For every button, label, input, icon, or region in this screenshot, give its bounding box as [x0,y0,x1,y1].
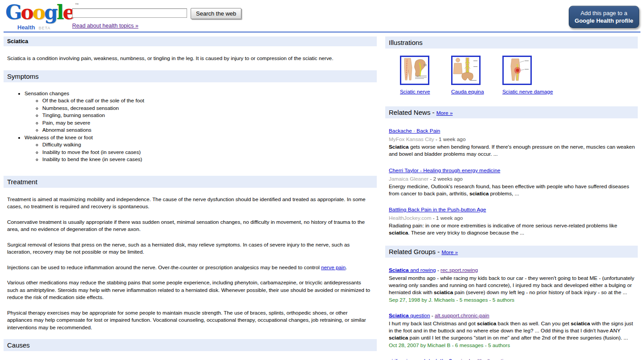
news-snippet: Sciatica gets worse when bending forward… [389,143,636,158]
news-title-link[interactable]: Battling Back Pain in the Push-button Ag… [389,206,486,213]
trademark-symbol: ™ [75,3,79,8]
google-logo: Google™ [5,1,79,24]
snippet-text: gets worse when bending forward. If ther… [389,144,635,157]
illustration-thumbnails: Sciatic nerve [400,56,638,95]
highlighted-term: sciatica [389,230,408,236]
thread-title-text: piriformis muscle/ [389,358,430,360]
group-meta: Sep 27, 1998 by J. Michaels - 5 messages… [389,297,638,303]
sciatic-nerve-thumbnail[interactable] [400,56,429,85]
treatment-heading: Treatment [4,176,377,188]
logo-letter: o [21,1,33,24]
thread-title-text: and rowing [409,267,436,273]
news-source: HealthJockey.com [389,215,432,221]
separator: - [452,358,457,360]
causes-heading: Causes [4,339,377,351]
news-time: - 1 week ago [436,136,466,142]
add-to-google-health-profile-button[interactable]: Add this page to a Google Health profile [569,6,639,28]
group-name-link[interactable]: alt.support.chronic-pain [435,312,489,319]
news-item: Battling Back Pain in the Push-button Ag… [389,205,638,237]
thread-title-text: question [409,312,430,319]
symptom-subitem: Difficulty walking [42,141,377,149]
cauda-equina-thumbnail[interactable] [451,56,481,85]
news-source-line: MyFox Kansas City - 1 week ago [389,136,638,142]
nerve-pain-link[interactable]: nerve pain [321,264,346,271]
google-health-page: Google™ HealthBETA Search the web Read a… [0,0,644,360]
sidebar-column: Illustrations [385,36,638,360]
sciatic-nerve-damage-thumbnail[interactable] [502,56,532,85]
snippet-text: I hurt my back last Christmas and got [389,320,477,327]
news-source: Jamaica Gleaner [389,176,428,182]
illustration-item: Cauda equina [451,56,502,95]
symptoms-heading: Symptoms [4,70,377,82]
group-name-link[interactable]: rec.sport.rowing [440,267,478,273]
related-groups-heading: Related Groups - More » [385,246,638,258]
news-title-link[interactable]: Cherri Taylor - Healing through energy m… [389,167,500,174]
separator: - [430,312,435,319]
separator: - [436,248,441,255]
treatment-paragraph: Conservative treatment is usually approp… [7,218,373,233]
treatment-paragraph: Surgical removal of lesions that press o… [7,241,373,256]
symptom-subitem: Inability to move the foot (in severe ca… [42,149,377,156]
snippet-text: pain until I let the surgeons "start in … [408,335,628,341]
logo-letter: l [57,1,63,24]
news-snippet: Radiating pain: in one or more extremiti… [389,222,636,237]
highlighted-term: sciatica [571,320,590,327]
illustrations-heading: Illustrations [385,36,638,49]
news-item: Backache · Back Pain MyFox Kansas City -… [389,126,638,158]
highlighted-term: Sciatica [389,312,409,319]
sciatic-nerve-damage-link[interactable]: Sciatic nerve damage [502,89,553,95]
more-news-link[interactable]: More » [436,110,453,116]
snippet-text: pain (severe) down my left leg - no prio… [453,289,627,295]
cauda-equina-link[interactable]: Cauda equina [451,89,484,95]
search-input[interactable] [72,8,187,18]
illustration-item: Sciatic nerve damage [502,56,554,95]
logo-subtitle: HealthBETA [17,23,51,31]
header-divider [4,32,640,32]
symptom-subitem: Of the back of the calf or the sole of t… [42,97,377,105]
related-news-title: Related News [389,109,430,116]
google-health-logo: Google™ HealthBETA [5,2,77,31]
treatment-paragraph: Physical therapy exercises may be approp… [7,309,373,332]
search-the-web-button[interactable]: Search the web [191,8,241,19]
page-title: Sciatica [4,36,377,46]
group-thread-link[interactable]: Sciatica and rowing [389,267,436,273]
highlighted-term: sciatica [430,358,449,360]
group-thread-link[interactable]: Sciatica question [389,312,430,319]
sciatic-nerve-image [401,57,428,84]
news-source: MyFox Kansas City [389,136,434,142]
highlighted-term: sciatica [434,289,453,295]
sciatic-nerve-damage-image [504,57,530,84]
sciatic-nerve-link[interactable]: Sciatic nerve [400,89,430,95]
logo-letter: G [5,1,21,24]
group-snippet: I hurt my back last Christmas and got sc… [389,320,636,342]
paragraph-text: . [346,264,347,271]
logo-letter: g [44,1,57,24]
related-news-heading: Related News - More » [385,106,638,118]
symptom-label: Sensation changes [24,90,69,97]
symptom-item: Weakness of the knee or foot Difficulty … [24,134,377,163]
group-item: Sciatica question - alt.support.chronic-… [389,311,638,348]
treatment-paragraph: Treatment is aimed at maximizing mobilit… [7,196,373,210]
intro-paragraph: Sciatica is a condition involving pain, … [7,55,373,62]
more-groups-link[interactable]: More » [441,249,458,255]
news-time: - 2 weeks ago [430,176,462,182]
article-column: Sciatica Sciatica is a condition involvi… [4,36,377,360]
paragraph-text: Injections can be used to reduce inflamm… [7,264,321,271]
group-item: Sciatica and rowing - rec.sport.rowing S… [389,266,638,303]
symptom-subitem: Numbness, decreased sensation [42,105,377,112]
read-about-health-topics-link[interactable]: Read about health topics » [72,23,139,29]
health-wordmark: Health [17,24,35,31]
illustration-item: Sciatic nerve [400,56,451,95]
group-name-link[interactable]: misc.health.alternative [457,358,509,360]
separator: - [436,267,440,273]
news-time: - 1 week ago [433,215,463,221]
snippet-text: problems, ... [489,190,519,197]
related-groups-title: Related Groups [389,248,436,255]
news-snippet: Energy medicine, Outlook's research foun… [389,183,636,198]
news-title-link[interactable]: Backache · Back Pain [389,128,440,134]
beta-label: BETA [39,26,51,30]
news-item: Cherri Taylor - Healing through energy m… [389,166,638,198]
profile-button-line2: Google Health profile [569,17,639,24]
group-thread-link[interactable]: piriformis muscle/sciatica? [389,358,452,360]
news-source-line: Jamaica Gleaner - 2 weeks ago [389,176,638,182]
